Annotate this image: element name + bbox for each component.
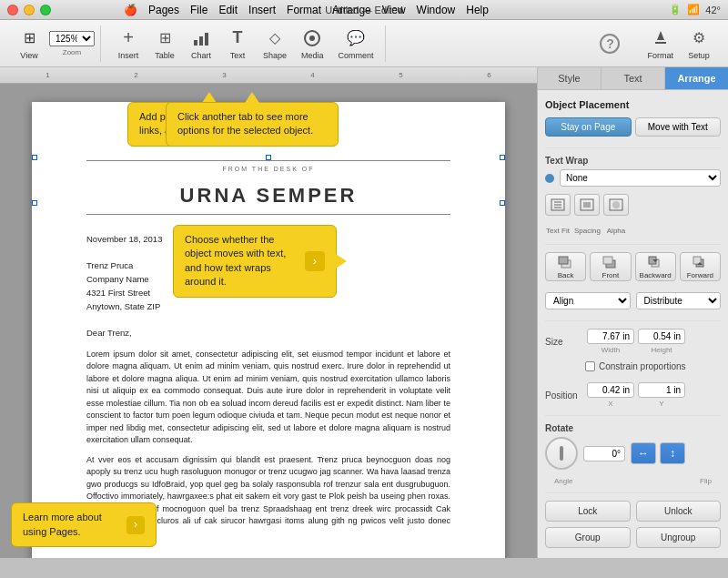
comment-button[interactable]: 💬 Comment xyxy=(333,24,379,64)
wrap-select[interactable]: None Around Above and Below xyxy=(560,169,721,187)
constrain-checkbox[interactable] xyxy=(585,361,595,371)
menu-window[interactable]: Window xyxy=(417,4,456,16)
wifi-icon: 📶 xyxy=(687,4,700,15)
zoom-select[interactable]: 125% 100% 75% xyxy=(49,31,95,46)
close-button[interactable] xyxy=(7,5,18,15)
size-row: Size Width Height xyxy=(545,329,721,354)
menu-file[interactable]: File xyxy=(190,4,207,16)
lock-btn[interactable]: Lock xyxy=(545,501,631,522)
svg-rect-1 xyxy=(199,36,203,46)
table-button[interactable]: ⊞ Table xyxy=(148,24,181,64)
tab-arrange[interactable]: Arrange xyxy=(665,67,728,89)
comment-icon: 💬 xyxy=(345,27,367,49)
align-row: Align Distribute xyxy=(545,292,721,309)
text-button[interactable]: T Text xyxy=(221,24,254,64)
document-page: FROM THE DESK OF URNA SEMPER November 18… xyxy=(32,102,505,558)
backward-btn[interactable]: Backward xyxy=(635,252,676,281)
app-menu: 🍎 Pages File Edit Insert Format Arrange … xyxy=(124,4,489,16)
tab-tip-callout: Click another tab to see more options fo… xyxy=(166,102,339,147)
back-btn[interactable]: Back xyxy=(545,252,586,281)
flip-horizontal-btn[interactable]: ↔ xyxy=(631,442,656,464)
unlock-btn[interactable]: Unlock xyxy=(636,501,722,522)
selection-handle-tl[interactable] xyxy=(32,155,37,160)
format-icon xyxy=(650,27,672,49)
ungroup-btn[interactable]: Ungroup xyxy=(636,527,722,548)
window-title: Untitled — Edited xyxy=(325,5,403,15)
window-controls[interactable] xyxy=(7,5,51,15)
selection-handle-tm[interactable] xyxy=(266,155,271,160)
selection-handle-bl[interactable] xyxy=(32,200,37,206)
menu-format[interactable]: Format xyxy=(287,4,321,16)
group-btn[interactable]: Group xyxy=(545,527,631,548)
insert-button[interactable]: + Insert xyxy=(112,24,145,64)
svg-rect-2 xyxy=(205,33,208,46)
rotate-wheel[interactable] xyxy=(545,437,578,470)
height-input[interactable] xyxy=(638,329,685,344)
align-select[interactable]: Align xyxy=(545,292,631,309)
wrap-icons-row xyxy=(545,194,721,216)
chart-label: Chart xyxy=(191,51,211,60)
callout-arrow-right xyxy=(336,254,347,269)
menu-help[interactable]: Help xyxy=(466,4,489,16)
svg-rect-17 xyxy=(603,257,612,264)
alpha-btn[interactable] xyxy=(603,194,629,216)
flip-vertical-btn[interactable]: ↕ xyxy=(660,442,685,464)
back-label: Back xyxy=(558,271,574,279)
learn-more-chevron[interactable]: › xyxy=(126,516,145,534)
constrain-label: Constrain proportions xyxy=(599,361,686,371)
learn-more-callout: Learn more about using Pages. › xyxy=(11,502,157,547)
tab-style[interactable]: Style xyxy=(538,67,602,89)
view-zoom-group: ⊞ View 125% 100% 75% Zoom xyxy=(7,25,101,62)
angle-input[interactable] xyxy=(583,446,625,461)
comment-label: Comment xyxy=(339,51,374,60)
menu-pages[interactable]: Pages xyxy=(148,4,179,16)
minimize-button[interactable] xyxy=(24,5,35,15)
forward-btn[interactable]: Forward xyxy=(680,252,721,281)
page-header: FROM THE DESK OF URNA SEMPER xyxy=(86,160,450,215)
header-from-text: FROM THE DESK OF xyxy=(86,165,450,175)
selection-handle-br[interactable] xyxy=(500,200,505,206)
object-placement-section: Object Placement Stay on Page Move with … xyxy=(545,99,721,137)
wrap-row-labels: Text Fit Spacing Alpha xyxy=(545,227,721,235)
text-fit-label: Text Fit xyxy=(545,227,571,235)
maximize-button[interactable] xyxy=(40,5,51,15)
angle-label: Angle xyxy=(554,477,572,485)
media-button[interactable]: Media xyxy=(296,24,329,64)
distribute-select[interactable]: Distribute xyxy=(636,292,722,309)
system-status: 🔋 📶 42° xyxy=(669,4,721,15)
table-icon: ⊞ xyxy=(154,27,176,49)
x-label: X xyxy=(608,400,612,408)
height-input-box: Height xyxy=(638,329,685,354)
document-scroll[interactable]: Add page numbers, breaks, links, and mor… xyxy=(0,84,537,558)
stay-on-page-btn[interactable]: Stay on Page xyxy=(545,117,632,137)
y-input[interactable] xyxy=(638,382,685,398)
front-btn[interactable]: Front xyxy=(590,252,631,281)
apple-menu[interactable]: 🍎 xyxy=(124,4,137,16)
shape-button[interactable]: ◇ Shape xyxy=(258,24,292,64)
chart-button[interactable]: Chart xyxy=(185,24,217,64)
y-label: Y xyxy=(659,400,663,408)
view-button[interactable]: ⊞ View xyxy=(13,24,46,64)
svg-rect-5 xyxy=(655,42,666,44)
position-inputs: X Y xyxy=(587,382,721,408)
spacing-label: Spacing xyxy=(574,227,600,235)
setup-button[interactable]: ⚙ Setup xyxy=(682,24,715,64)
wrap-radio[interactable] xyxy=(545,174,554,183)
zoom-control[interactable]: 125% 100% 75% Zoom xyxy=(49,31,95,56)
help-button[interactable]: ? xyxy=(594,30,625,57)
text-fit-btn[interactable] xyxy=(545,194,571,216)
help-group: ? xyxy=(589,25,631,62)
width-input[interactable] xyxy=(587,329,634,344)
text-wrap-label: Text Wrap xyxy=(545,156,721,166)
spacing-btn[interactable] xyxy=(574,194,600,216)
wrap-tip-callout: Choose whether the object moves with tex… xyxy=(173,225,337,298)
menu-edit[interactable]: Edit xyxy=(218,4,238,16)
menu-insert[interactable]: Insert xyxy=(248,4,276,16)
tab-text[interactable]: Text xyxy=(602,67,665,89)
size-inputs: Width Height xyxy=(587,329,721,354)
move-with-text-btn[interactable]: Move with Text xyxy=(635,117,722,137)
divider-4 xyxy=(545,415,721,416)
x-input[interactable] xyxy=(587,382,634,398)
format-button[interactable]: Format xyxy=(642,24,679,64)
selection-handle-tr[interactable] xyxy=(500,155,505,160)
